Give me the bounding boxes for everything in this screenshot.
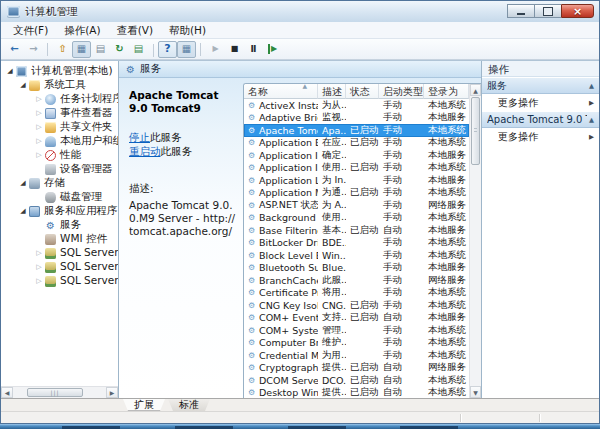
tree-horizontal-scrollbar[interactable]: ◀ ||| ▶: [1, 386, 118, 398]
column-header-logon-as[interactable]: 登录为: [424, 84, 469, 99]
service-row[interactable]: Apache Tomcat ... Apa... 已启动 手动 本地系统: [244, 124, 469, 137]
service-row[interactable]: Application Iden... 确定... 手动 本地服务: [244, 149, 469, 162]
tree-item[interactable]: 事件查看器: [1, 106, 118, 120]
section-arrow-icon[interactable]: [589, 133, 594, 141]
tree-expander-icon[interactable]: [34, 151, 44, 159]
section-arrow-icon[interactable]: [589, 99, 594, 107]
service-row[interactable]: BranchCache 此服... 手动 网络服务: [244, 274, 469, 287]
stop-service-button[interactable]: ■: [225, 41, 244, 58]
column-header-name[interactable]: 名称▲: [244, 84, 318, 99]
more-actions-tomcat[interactable]: 更多操作: [482, 128, 599, 145]
show-console-tree-button[interactable]: ▦: [72, 41, 91, 58]
tree-item[interactable]: 系统工具: [1, 78, 118, 92]
tree-expander-icon[interactable]: [34, 263, 44, 271]
service-row[interactable]: Base Filtering En... 基本... 已启动 自动 本地服务: [244, 224, 469, 237]
restart-service-button[interactable]: ▶: [263, 41, 282, 58]
service-row[interactable]: Bluetooth Supp... Blue... 手动 本地服务: [244, 262, 469, 275]
services-gear-icon: ⚙: [126, 64, 135, 75]
tree-item[interactable]: SQL Server 配置管理器: [1, 274, 118, 288]
actions-section-tomcat[interactable]: Apache Tomcat 9.0 Tomc...: [482, 111, 599, 128]
more-actions-services[interactable]: 更多操作: [482, 94, 599, 111]
service-row[interactable]: Application Man... 为通... 已启动 手动 本地系统: [244, 187, 469, 200]
tree-expander-icon[interactable]: [34, 109, 44, 117]
pause-service-button[interactable]: Ⅱ: [244, 41, 263, 58]
section-arrow-icon[interactable]: [589, 116, 594, 124]
tree-item[interactable]: 服务和应用程序: [1, 204, 118, 218]
tree-item[interactable]: 存储: [1, 176, 118, 190]
minimize-button[interactable]: [507, 4, 534, 18]
close-button[interactable]: [561, 4, 594, 18]
service-row[interactable]: DCOM Server Pr... DCO... 已启动 自动 本地系统: [244, 374, 469, 387]
service-row[interactable]: Application Expe... 在应... 已启动 手动 本地系统: [244, 137, 469, 150]
service-row[interactable]: Computer Brow... 维护... 手动 本地系统: [244, 337, 469, 350]
menu-action[interactable]: 操作(A): [56, 22, 108, 38]
column-header-description[interactable]: 描述: [318, 84, 346, 99]
scroll-up-button[interactable]: ▲: [470, 84, 481, 96]
tree-item[interactable]: SQL Server 配置管理器: [1, 246, 118, 260]
tree-expander-icon[interactable]: [34, 95, 44, 103]
tree-item[interactable]: SQL Server 配置管理器: [1, 260, 118, 274]
tree-expander-icon[interactable]: [18, 207, 28, 215]
stop-service-link[interactable]: 停止: [129, 131, 150, 143]
scroll-down-button[interactable]: ▼: [470, 386, 481, 398]
maximize-button[interactable]: [534, 4, 561, 18]
tree-item[interactable]: 服务: [1, 218, 118, 232]
tab-extended[interactable]: 扩展: [123, 399, 165, 411]
tree-expander-icon[interactable]: [34, 249, 44, 257]
service-row[interactable]: Application Infor... 使用... 已启动 手动 本地系统: [244, 162, 469, 175]
actions-section-services[interactable]: 服务: [482, 77, 599, 94]
tree-expander-icon[interactable]: [5, 67, 15, 75]
forward-button[interactable]: →: [24, 41, 43, 58]
tree-item[interactable]: 磁盘管理: [1, 190, 118, 204]
list-vertical-scrollbar[interactable]: ▲ ▼: [469, 84, 481, 398]
up-level-button[interactable]: ⇧: [53, 41, 72, 58]
help-button[interactable]: ?: [158, 41, 177, 58]
service-row[interactable]: COM+ System A... 管理... 手动 本地系统: [244, 324, 469, 337]
start-service-button[interactable]: ▶: [206, 41, 225, 58]
column-header-status[interactable]: 状态: [346, 84, 379, 99]
restart-service-link[interactable]: 重启动: [129, 145, 161, 157]
menu-help[interactable]: 帮助(H): [161, 22, 214, 38]
tree-expander-icon[interactable]: [18, 81, 28, 89]
refresh-button[interactable]: ↻: [110, 41, 129, 58]
tab-standard[interactable]: 标准: [168, 399, 210, 411]
tree-expander-icon[interactable]: [34, 137, 44, 145]
service-row[interactable]: Block Level Back... Win... 手动 本地系统: [244, 249, 469, 262]
show-action-pane-button[interactable]: ▦: [177, 41, 196, 58]
tree-item[interactable]: 共享文件夹: [1, 120, 118, 134]
scrollbar-thumb[interactable]: [471, 97, 480, 165]
service-row[interactable]: ActiveX Installer ... 为从... 手动 本地系统: [244, 99, 469, 112]
menu-view[interactable]: 查看(V): [109, 22, 161, 38]
export-list-button[interactable]: ▤: [129, 41, 148, 58]
service-row[interactable]: BitLocker Drive ... BDE... 手动 本地系统: [244, 237, 469, 250]
tree-item[interactable]: WMI 控件: [1, 232, 118, 246]
title-bar[interactable]: 计算机管理: [1, 1, 599, 22]
scrollbar-thumb[interactable]: |||: [27, 388, 83, 397]
service-row[interactable]: Background Inte... 使用... 手动 本地系统: [244, 212, 469, 225]
tree-item[interactable]: 任务计划程序: [1, 92, 118, 106]
tree-expander-icon[interactable]: [34, 123, 44, 131]
menu-file[interactable]: 文件(F): [5, 22, 56, 38]
tree-expander-icon[interactable]: [34, 277, 44, 285]
service-row[interactable]: Certificate Propa... 将用... 手动 本地系统: [244, 287, 469, 300]
service-row[interactable]: Desktop Windo... 提供... 已启动 自动 本地系统: [244, 387, 469, 399]
service-row[interactable]: Adaptive Brightn... 监视... 手动 本地服务: [244, 112, 469, 125]
scrollbar-track[interactable]: |||: [13, 387, 106, 398]
scroll-right-button[interactable]: ▶: [106, 387, 118, 398]
scroll-left-button[interactable]: ◀: [1, 387, 13, 398]
service-row[interactable]: CNG Key Isolation CNG... 已启动 手动 本地系统: [244, 299, 469, 312]
service-row[interactable]: Application Laye... 为 In... 手动 本地服务: [244, 174, 469, 187]
service-row[interactable]: Cryptographic S... 提供... 已启动 自动 网络服务: [244, 362, 469, 375]
tree-item[interactable]: 性能: [1, 148, 118, 162]
tree-item[interactable]: 计算机管理(本地): [1, 64, 118, 78]
service-row[interactable]: COM+ Event Sys... 支持... 已启动 自动 本地服务: [244, 312, 469, 325]
tree-expander-icon[interactable]: [18, 179, 28, 187]
service-row[interactable]: Credential Mana... 为用... 手动 本地系统: [244, 349, 469, 362]
properties-button[interactable]: ▤: [91, 41, 110, 58]
column-header-startup-type[interactable]: 启动类型: [379, 84, 424, 99]
tree-item[interactable]: 本地用户和组: [1, 134, 118, 148]
back-button[interactable]: ←: [5, 41, 24, 58]
tree-item[interactable]: 设备管理器: [1, 162, 118, 176]
service-row[interactable]: ASP.NET 状态服务 为 A... 手动 网络服务: [244, 199, 469, 212]
section-arrow-icon[interactable]: [589, 82, 594, 90]
